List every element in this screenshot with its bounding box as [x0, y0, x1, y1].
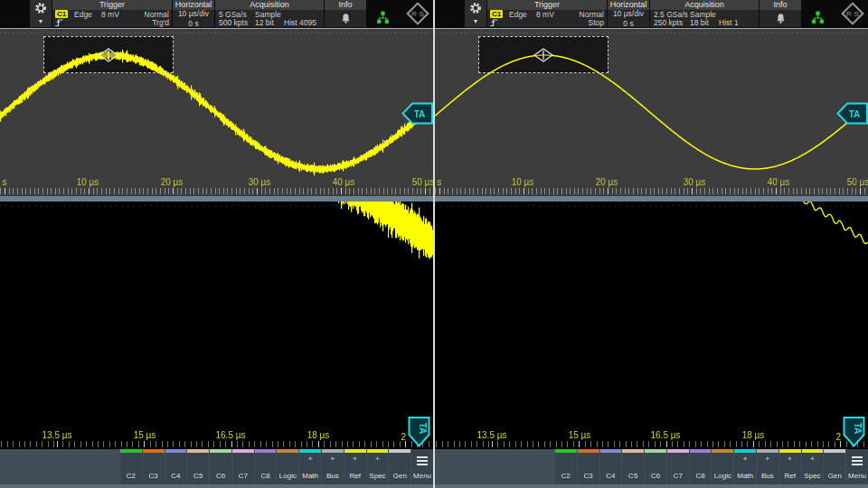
bell-icon[interactable] — [775, 13, 787, 24]
channel-button-bus[interactable]: +Bus — [322, 449, 344, 484]
zoom-drag-handle-icon[interactable] — [533, 48, 553, 62]
channel-button-bus[interactable]: +Bus — [757, 449, 778, 484]
zoom-region-selector[interactable] — [43, 36, 174, 73]
channel-color-strip — [690, 449, 712, 453]
trigger-marker-label: TA — [414, 109, 426, 119]
channel-button-c6[interactable]: C6 — [210, 449, 231, 484]
trigger-header: Trigger — [52, 0, 172, 10]
horizontal-section[interactable]: Horizontal 10 µs/div 0 s — [173, 0, 214, 27]
horizontal-position: 0 s — [188, 19, 198, 28]
channel-button-row: C2C3C4C5C6C7C8Logic+Math+Bus+Ref+SpecGen… — [555, 449, 868, 484]
channel-button-label: C7 — [239, 472, 248, 480]
menu-button[interactable]: Menu — [846, 449, 868, 484]
history-count: Hist 4095 — [284, 18, 320, 27]
zoom-waveform-diagram: 13.5 µs15 µs16.5 µs18 µs 2 TA — [435, 202, 868, 449]
channel-button-c5[interactable]: C5 — [187, 449, 209, 484]
trigger-marker-label: TA — [418, 423, 428, 435]
svg-text:R·S: R·S — [846, 10, 859, 18]
channel-button-c5[interactable]: C5 — [622, 449, 644, 484]
main-axis-ticks — [0, 188, 433, 194]
channel-button-logic[interactable]: Logic — [712, 449, 733, 484]
add-icon: + — [788, 455, 792, 463]
info-section[interactable]: Info — [760, 0, 801, 27]
chevron-down-icon: ▼ — [473, 18, 479, 24]
channel-button-label: Gen — [828, 472, 842, 480]
channel-color-strip — [757, 449, 778, 453]
channel-button-math[interactable]: +Math — [299, 449, 321, 484]
channel-button-c6[interactable]: C6 — [645, 449, 666, 484]
hamburger-icon — [852, 456, 863, 465]
channel-color-strip — [120, 449, 142, 453]
channel-color-strip — [600, 449, 622, 453]
channel-button-c8[interactable]: C8 — [255, 449, 277, 484]
channel-button-label: Spec — [369, 472, 385, 480]
channel-color-strip — [555, 449, 577, 453]
info-section[interactable]: Info — [325, 0, 366, 27]
info-header: Info — [760, 0, 801, 10]
channel-button-label: C3 — [584, 472, 593, 480]
trigger-time-marker[interactable]: TA — [408, 417, 430, 447]
bell-icon[interactable] — [340, 13, 352, 24]
history-count: Hist 1 — [719, 18, 755, 27]
trigger-time-marker[interactable]: TA — [843, 417, 865, 447]
channel-button-c7[interactable]: C7 — [667, 449, 689, 484]
channel-button-gen[interactable]: Gen — [824, 449, 845, 484]
main-axis-ticks — [435, 188, 868, 194]
main-waveform-diagram: TA s10 µs20 µs30 µs40 µs50 µs — [0, 28, 433, 196]
channel-button-ref[interactable]: +Ref — [779, 449, 801, 484]
channel-color-strip — [779, 449, 801, 453]
channel-button-ref[interactable]: +Ref — [344, 449, 366, 484]
channel-color-strip — [622, 449, 644, 453]
trigger-level-marker[interactable]: TA — [836, 102, 868, 125]
settings-button[interactable]: ▼ — [30, 0, 52, 27]
channel-button-logic[interactable]: Logic — [277, 449, 298, 484]
channel-color-strip — [299, 449, 321, 453]
channel-button-spec[interactable]: +Spec — [367, 449, 389, 484]
channel-color-strip — [143, 449, 165, 453]
channel-button-c4[interactable]: C4 — [165, 449, 187, 484]
channel-button-gen[interactable]: Gen — [389, 449, 410, 484]
trigger-section[interactable]: Trigger C1 Edge 8 mV Normal Trg'd — [52, 0, 172, 27]
channel-button-c3[interactable]: C3 — [143, 449, 165, 484]
channel-button-c7[interactable]: C7 — [232, 449, 254, 484]
channel-button-c2[interactable]: C2 — [555, 449, 577, 484]
trigger-marker-label: TA — [853, 423, 863, 435]
channel-color-strip — [645, 449, 666, 453]
rs-logo: R·S — [405, 1, 430, 26]
dual-oscilloscope-comparison: ▼ Trigger C1 Edge 8 mV Normal Trg'd — [0, 0, 868, 488]
trigger-slope-icon — [55, 18, 64, 27]
add-icon: + — [810, 455, 815, 463]
add-icon: + — [375, 455, 380, 463]
record-length: 250 kpts — [654, 18, 690, 27]
horizontal-scale: 10 µs/div — [178, 9, 209, 18]
trigger-level-marker[interactable]: TA — [401, 102, 433, 125]
oscilloscope-panel-right: ▼ Trigger C1 Edge 8 mV Normal Stop — [435, 0, 868, 488]
acquisition-header: Acquisition — [650, 0, 759, 10]
zoom-region-selector[interactable] — [478, 36, 609, 73]
trigger-state: Trg'd — [130, 18, 169, 27]
resolution: 18 bit — [690, 18, 719, 27]
channel-button-c2[interactable]: C2 — [120, 449, 142, 484]
acquisition-header: Acquisition — [215, 0, 324, 10]
channel-button-label: C2 — [127, 472, 136, 480]
channel-button-c3[interactable]: C3 — [578, 449, 599, 484]
channel-button-label: C3 — [149, 472, 158, 480]
menu-button[interactable]: Menu — [411, 449, 433, 484]
channel-button-math[interactable]: +Math — [734, 449, 756, 484]
acquisition-section[interactable]: Acquisition 5 GSa/s Sample 500 kpts 12 b… — [215, 0, 324, 27]
channel-button-label: Bus — [761, 472, 774, 480]
network-status-icon — [376, 11, 390, 24]
channel-button-c4[interactable]: C4 — [600, 449, 622, 484]
horizontal-scale: 10 µs/div — [613, 9, 644, 18]
acquisition-section[interactable]: Acquisition 2.5 GSa/s Sample 250 kpts 18… — [650, 0, 759, 27]
horizontal-position: 0 s — [623, 19, 633, 28]
zoom-drag-handle-icon[interactable] — [99, 48, 118, 62]
trigger-section[interactable]: Trigger C1 Edge 8 mV Normal Stop — [487, 0, 607, 27]
settings-button[interactable]: ▼ — [465, 0, 486, 27]
channel-button-label: Ref — [349, 472, 360, 480]
horizontal-section[interactable]: Horizontal 10 µs/div 0 s — [608, 0, 649, 27]
channel-button-c8[interactable]: C8 — [690, 449, 712, 484]
channel-button-spec[interactable]: +Spec — [802, 449, 824, 484]
channel-button-label: Bus — [326, 472, 339, 480]
trigger-state: Stop — [565, 18, 604, 27]
